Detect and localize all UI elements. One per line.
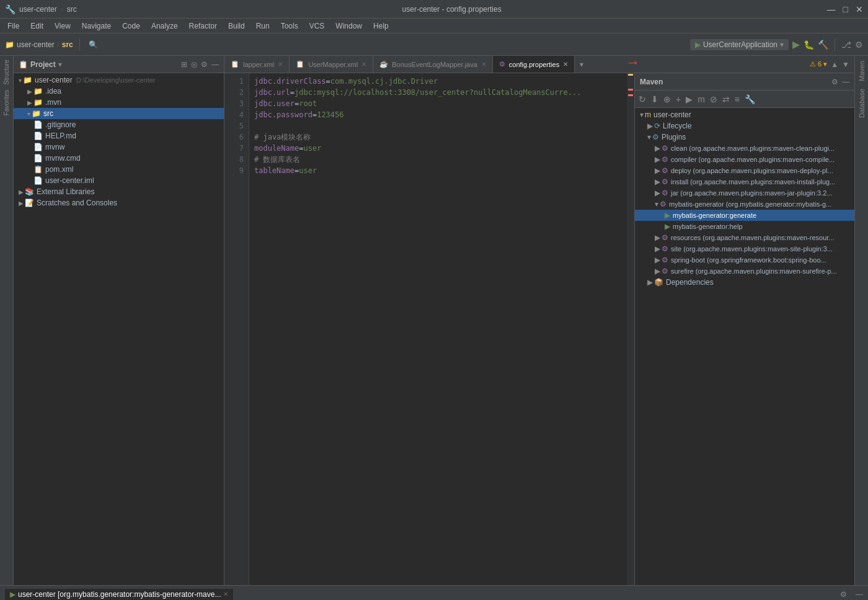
tab-lapper-xml[interactable]: 📋 lapper.xml ✕ [224,56,290,73]
maven-expand-deps[interactable]: ▶ [647,278,653,287]
sidebar-maven-label[interactable]: Maven [857,58,867,84]
tree-item-mvnw[interactable]: 📄 mvnw [14,141,224,153]
tree-expand-scratches[interactable]: ▶ [19,200,24,207]
scroll-up-icon[interactable]: ▲ [831,60,838,69]
maven-wrench-icon[interactable]: 🔧 [743,93,756,105]
maven-import-icon[interactable]: ⊕ [662,93,672,105]
maven-expand-deploy[interactable]: ▶ [655,166,660,175]
maven-skip-icon[interactable]: ⊘ [709,93,719,105]
project-settings-icon[interactable]: ⚙ [201,60,208,69]
maven-toggle-icon[interactable]: ⇄ [721,93,731,105]
maven-refresh-icon[interactable]: ↻ [637,93,647,105]
maven-item-plugins[interactable]: ▾ ⚙ Plugins [635,132,854,143]
tab-close-config[interactable]: ✕ [563,61,568,68]
maven-expand-mybatis-gen[interactable]: ▾ [655,200,658,208]
maven-expand-site[interactable]: ▶ [655,244,660,253]
run-tab-mybatis-gen[interactable]: ▶ user-center [org.mybatis.generator:myb… [5,589,233,600]
tab-close-bonuseventlog[interactable]: ✕ [481,61,486,68]
maven-expand-surefire[interactable]: ▶ [655,267,660,275]
menu-window[interactable]: Window [330,20,367,32]
maven-run-icon[interactable]: ▶ [684,93,694,105]
maven-close-icon[interactable]: — [842,78,849,86]
tab-overflow-arrow[interactable]: ▾ [575,56,588,73]
maven-item-clean[interactable]: ▶ ⚙ clean (org.apache.maven.plugins:mave… [635,143,854,154]
menu-help[interactable]: Help [368,20,394,32]
run-panel-minimize-icon[interactable]: — [856,590,863,599]
maven-expand-install[interactable]: ▶ [655,177,660,186]
tree-item-external-libraries[interactable]: ▶ 📚 External Libraries [14,186,224,197]
tree-expand-mvn[interactable]: ▶ [27,99,32,106]
toolbar-search-button[interactable]: 🔍 [86,39,100,50]
menu-build[interactable]: Build [223,20,250,32]
maven-settings-icon[interactable]: ⚙ [831,78,838,86]
tree-expand-idea[interactable]: ▶ [27,88,32,95]
maven-expand-clean[interactable]: ▶ [655,144,660,153]
tab-bonuseventlog[interactable]: ☕ BonusEventLogMapper.java ✕ [373,56,493,73]
maven-download-icon[interactable]: ⬇ [650,93,660,105]
close-button[interactable]: ✕ [856,4,863,14]
code-text[interactable]: jdbc.driverClass=com.mysql.cj.jdbc.Drive… [249,73,627,585]
maven-item-gen-help[interactable]: ▶ mybatis-generator:help [635,221,854,232]
maven-item-mybatis-gen[interactable]: ▾ ⚙ mybatis-generator (org.mybatis.gener… [635,199,854,210]
tree-item-idea[interactable]: ▶ 📁 .idea [14,86,224,97]
tree-expand-src[interactable]: ▾ [27,110,30,117]
tree-item-user-center[interactable]: ▾ 📁 user-center D:\Developing\user-cente… [14,74,224,86]
maven-add-icon[interactable]: + [675,93,682,105]
maven-item-user-center[interactable]: ▾ m user-center [635,109,854,120]
toolbar-git-icon[interactable]: ⎇ [841,40,851,50]
maven-expand-lifecycle[interactable]: ▶ [647,122,653,130]
maven-expand-resources[interactable]: ▶ [655,233,660,242]
tree-item-mvn[interactable]: ▶ 📁 .mvn [14,97,224,108]
project-gear-icon[interactable]: — [211,60,219,69]
maven-expand-compiler[interactable]: ▶ [655,155,660,164]
sidebar-database-label[interactable]: Database [857,86,867,120]
maven-expand-jar[interactable]: ▶ [655,189,660,197]
project-collapse-all-icon[interactable]: ⊞ [181,60,187,69]
tab-config-properties[interactable]: ⚙ config.properties ✕ [493,56,575,73]
maven-expand-plugins[interactable]: ▾ [647,133,651,141]
maven-item-jar[interactable]: ▶ ⚙ jar (org.apache.maven.plugins:maven-… [635,187,854,199]
tab-close-usermapper[interactable]: ✕ [361,61,366,68]
menu-tools[interactable]: Tools [276,20,303,32]
maven-item-deploy[interactable]: ▶ ⚙ deploy (org.apache.maven.plugins:mav… [635,165,854,176]
menu-view[interactable]: View [50,20,76,32]
maven-item-gen-generate[interactable]: ▶ mybatis-generator:generate [635,210,854,221]
maven-expand-spring-boot[interactable]: ▶ [655,256,660,264]
maven-item-install[interactable]: ▶ ⚙ install (org.apache.maven.plugins:ma… [635,176,854,187]
maven-item-resources[interactable]: ▶ ⚙ resources (org.apache.maven.plugins:… [635,232,854,243]
menu-refactor[interactable]: Refactor [184,20,222,32]
debug-button[interactable]: 🐛 [804,40,814,50]
sidebar-favorites-icon[interactable]: Favorites [2,89,11,117]
run-button[interactable]: ▶ [792,38,800,50]
menu-analyze[interactable]: Analyze [146,20,183,32]
project-locate-icon[interactable]: ◎ [191,60,197,69]
toolbar-settings-icon[interactable]: ⚙ [855,40,863,50]
sidebar-structure-icon[interactable]: Structure [2,58,11,86]
maven-item-site[interactable]: ▶ ⚙ site (org.apache.maven.plugins:maven… [635,243,854,254]
tab-usermapper-xml[interactable]: 📋 UserMapper.xml ✕ [290,56,373,73]
menu-navigate[interactable]: Navigate [77,20,116,32]
run-panel-settings-icon[interactable]: ⚙ [840,590,847,599]
menu-file[interactable]: File [2,20,24,32]
scroll-down-icon[interactable]: ▼ [842,60,849,69]
tree-expand-user-center[interactable]: ▾ [19,77,22,84]
maven-item-dependencies[interactable]: ▶ 📦 Dependencies [635,277,854,288]
tree-item-mvnwcmd[interactable]: 📄 mvnw.cmd [14,153,224,164]
menu-edit[interactable]: Edit [25,20,48,32]
maven-m-icon[interactable]: m [696,93,706,105]
menu-code[interactable]: Code [117,20,145,32]
maven-item-compiler[interactable]: ▶ ⚙ compiler (org.apache.maven.plugins:m… [635,154,854,165]
maven-item-lifecycle[interactable]: ▶ ⟳ Lifecycle [635,120,854,132]
tree-item-src[interactable]: ▾ 📁 src [14,108,224,119]
tab-close-lapper[interactable]: ✕ [278,61,283,68]
maximize-button[interactable]: □ [843,4,848,14]
tree-expand-ext-libs[interactable]: ▶ [19,189,24,195]
run-config-selector[interactable]: ▶ UserCenterApplication ▾ [690,39,789,50]
project-dropdown-icon[interactable]: ▾ [58,60,62,69]
menu-run[interactable]: Run [251,20,275,32]
tree-item-helpmd[interactable]: 📄 HELP.md [14,130,224,141]
maven-item-surefire[interactable]: ▶ ⚙ surefire (org.apache.maven.plugins:m… [635,266,854,277]
maven-expand-icon[interactable]: ≡ [733,93,741,105]
maven-item-spring-boot[interactable]: ▶ ⚙ spring-boot (org.springframework.boo… [635,254,854,266]
tree-item-scratches[interactable]: ▶ 📝 Scratches and Consoles [14,197,224,208]
